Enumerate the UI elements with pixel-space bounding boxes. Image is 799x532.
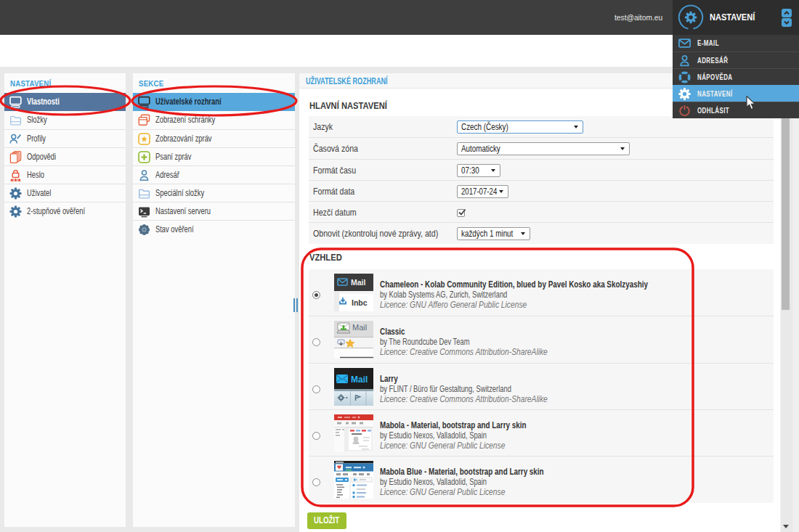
svg-text:Mail: Mail: [351, 278, 366, 287]
svg-text:Mail: Mail: [352, 323, 367, 332]
svg-text:Mail: Mail: [351, 374, 368, 384]
svg-text:Inbc: Inbc: [352, 298, 368, 307]
